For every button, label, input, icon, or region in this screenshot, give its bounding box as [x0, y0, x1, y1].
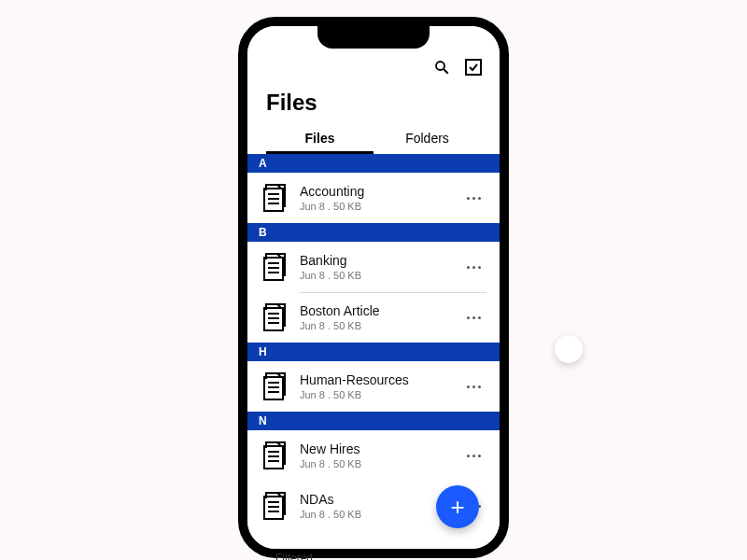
section-header-h: H: [247, 343, 500, 361]
section-header-n: N: [247, 412, 500, 430]
file-icon: [261, 490, 289, 522]
file-text: New Hires Jun 8 . 50 KB: [300, 441, 450, 469]
file-meta: Jun 8 . 50 KB: [300, 458, 450, 469]
file-meta: Jun 8 . 50 KB: [300, 320, 450, 331]
phone-frame: Files Files Folders A Accounting Jun 8 .…: [238, 17, 509, 558]
tabs: Files Folders: [247, 123, 500, 154]
file-name: New Hires: [300, 441, 450, 456]
file-row-boston-article[interactable]: Boston Article Jun 8 . 50 KB: [247, 292, 500, 343]
section-header-a: A: [247, 154, 500, 173]
file-meta: Jun 8 . 50 KB: [300, 509, 450, 520]
file-name: Boston Article: [300, 303, 450, 318]
file-row-accounting[interactable]: Accounting Jun 8 . 50 KB: [247, 173, 500, 223]
file-icon: [261, 182, 289, 214]
floating-indicator: [555, 335, 583, 363]
file-text: Accounting Jun 8 . 50 KB: [300, 184, 450, 212]
file-text: Human-Resources Jun 8 . 50 KB: [300, 372, 450, 400]
select-mode-icon[interactable]: [464, 58, 483, 77]
phone-notch: [317, 24, 430, 49]
file-name: NDAs: [300, 492, 450, 507]
svg-point-0: [436, 62, 444, 70]
file-meta: Jun 8 . 50 KB: [300, 201, 450, 212]
below-caption: Filtered: [275, 552, 313, 560]
file-name: Accounting: [300, 184, 450, 199]
file-row-new-hires[interactable]: New Hires Jun 8 . 50 KB: [247, 430, 500, 481]
more-icon[interactable]: [461, 449, 486, 463]
section-header-b: B: [247, 223, 500, 242]
file-meta: Jun 8 . 50 KB: [300, 270, 450, 281]
file-text: Boston Article Jun 8 . 50 KB: [300, 303, 450, 331]
file-row-banking[interactable]: Banking Jun 8 . 50 KB: [247, 242, 500, 292]
more-icon[interactable]: [461, 191, 486, 205]
app-screen: Files Files Folders A Accounting Jun 8 .…: [247, 26, 500, 549]
tab-folders[interactable]: Folders: [374, 123, 481, 154]
file-row-human-resources[interactable]: Human-Resources Jun 8 . 50 KB: [247, 361, 500, 412]
tab-files[interactable]: Files: [266, 123, 374, 154]
file-icon: [261, 251, 289, 283]
file-icon: [261, 371, 289, 402]
file-icon: [261, 440, 289, 471]
page-title: Files: [247, 80, 500, 123]
file-meta: Jun 8 . 50 KB: [300, 389, 450, 400]
more-icon[interactable]: [461, 380, 486, 394]
file-text: NDAs Jun 8 . 50 KB: [300, 492, 450, 520]
file-icon: [261, 301, 289, 333]
more-icon[interactable]: [461, 311, 486, 325]
more-icon[interactable]: [461, 260, 486, 274]
file-name: Human-Resources: [300, 372, 450, 387]
add-fab[interactable]: +: [436, 485, 479, 528]
file-text: Banking Jun 8 . 50 KB: [300, 253, 450, 281]
search-icon[interactable]: [432, 58, 451, 77]
svg-line-1: [444, 69, 448, 74]
file-name: Banking: [300, 253, 450, 268]
